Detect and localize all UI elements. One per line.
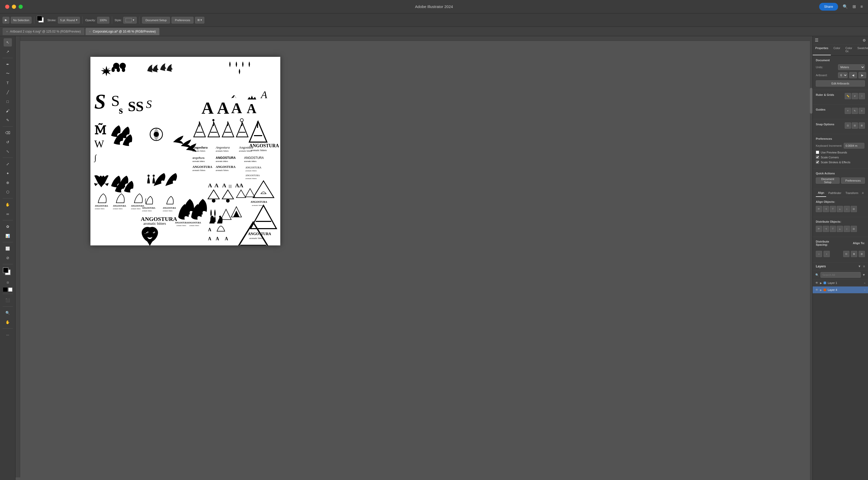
color-mode-btn[interactable]: ⊡ [4, 278, 12, 287]
minimize-button[interactable] [12, 5, 16, 9]
layers-filter-icon[interactable]: ▼ [858, 265, 861, 268]
tab-pathfinder[interactable]: Pathfinder [826, 189, 843, 197]
canvas-scrollbar-v[interactable] [810, 36, 812, 480]
layers-menu-icon[interactable]: ≡ [863, 265, 865, 268]
guides-edit-icon[interactable]: ✎ [852, 108, 858, 114]
layer-visibility-1[interactable]: 👁 [815, 281, 818, 285]
hand-tool[interactable]: ✋ [4, 318, 12, 326]
perspective-tool[interactable]: ⬡ [4, 188, 12, 196]
warp-tool[interactable]: ⤢ [4, 160, 12, 168]
artboard-tool[interactable]: ⬜ [4, 244, 12, 253]
mini-stroke[interactable] [8, 288, 12, 292]
type-tool[interactable]: T [4, 79, 12, 87]
eyedropper-tool[interactable]: ✋ [4, 201, 12, 209]
curvature-tool[interactable]: 〜 [4, 69, 12, 78]
edit-artboards-button[interactable]: Edit Artboards [816, 80, 865, 87]
mini-fill[interactable] [3, 288, 7, 292]
scrollbar-thumb-v[interactable] [810, 88, 812, 114]
layers-search-input[interactable] [820, 272, 861, 278]
tool-stroke-swatch[interactable] [3, 267, 8, 273]
layer-target-4[interactable]: ○ [864, 289, 865, 292]
prev-artboard-btn[interactable]: ◀ [849, 72, 857, 78]
select-tool[interactable]: ↖ [4, 38, 12, 47]
tab-close-icon[interactable]: × [6, 30, 8, 33]
align-center-v-icon[interactable]: ↕ [844, 206, 850, 212]
symbol-sprayer-tool[interactable]: ✿ [4, 222, 12, 231]
align-panel-menu-icon[interactable]: ≡ [860, 189, 865, 197]
tab-transform[interactable]: Transform [843, 189, 861, 197]
document-setup-button[interactable]: Document Setup [142, 17, 170, 24]
direct-select-tool[interactable]: ↗ [4, 48, 12, 56]
sidebar-toggle-icon[interactable]: ≡ [861, 4, 863, 9]
keyboard-increment-input[interactable] [844, 143, 864, 149]
align-to-selection-icon[interactable]: ⊡ [843, 251, 849, 257]
pen-tool[interactable]: ✒ [4, 60, 12, 68]
dist-bottom-icon[interactable]: ⊟ [851, 226, 857, 232]
line-tool[interactable]: ╱ [4, 88, 12, 96]
tab-properties[interactable]: Properties [813, 44, 831, 55]
share-button[interactable]: Share [819, 3, 838, 10]
scale-strokes-label[interactable]: Scale Strokes & Effects [821, 161, 850, 164]
zoom-tool[interactable]: 🔍 [4, 309, 12, 317]
dist-top-icon[interactable]: ⊥ [837, 226, 843, 232]
preferences-toolbar-button[interactable]: Preferences [172, 17, 193, 24]
paintbrush-tool[interactable]: 🖌 [4, 107, 12, 115]
stroke-dropdown-icon[interactable]: ▾ [76, 18, 78, 22]
tab-color-gr[interactable]: Color Gr. [843, 44, 855, 55]
pencil-tool[interactable]: ✎ [4, 116, 12, 124]
scale-corners-label[interactable]: Scale Corners [821, 156, 839, 159]
rotate-tool[interactable]: ↺ [4, 138, 12, 146]
dist-right-icon[interactable]: ⊤ [830, 226, 836, 232]
free-transform-tool[interactable]: ✦ [4, 169, 12, 178]
align-left-icon[interactable]: ⊢ [816, 206, 822, 212]
layer-visibility-4[interactable]: 👁 [815, 288, 818, 292]
scale-corners-checkbox[interactable] [816, 155, 819, 159]
tab-swatch[interactable]: Swatche [855, 44, 868, 55]
ruler-icon[interactable]: 📏 [845, 93, 851, 99]
dist-left-icon[interactable]: ⊢ [816, 226, 822, 232]
next-artboard-btn[interactable]: ▶ [859, 72, 866, 78]
scale-tool[interactable]: ⤡ [4, 147, 12, 155]
layer-item-4[interactable]: 👁 ▶ Layer 4 ○ [813, 287, 868, 294]
use-preview-bounds-checkbox[interactable] [816, 151, 819, 154]
space-vert-icon[interactable]: ↕ [824, 251, 830, 257]
tab-align[interactable]: Align [816, 189, 826, 197]
slice-tool[interactable]: ⊘ [4, 254, 12, 262]
arrange-icons[interactable]: ⊞ ▾ [195, 17, 204, 24]
tab-artboard2[interactable]: × Artboard 2 copy 4.svg* @ 125.02 % (RGB… [3, 28, 85, 35]
snap-grid-icon[interactable]: ⊟ [852, 122, 858, 129]
panel-settings-icon[interactable]: ⚙ [863, 38, 866, 42]
use-preview-bounds-label[interactable]: Use Preview Bounds [821, 151, 847, 154]
rect-tool[interactable]: □ [4, 97, 12, 106]
guides-add-icon[interactable]: + [845, 108, 851, 114]
window-arrange-icon[interactable]: ⊞ [852, 4, 856, 9]
properties-icon[interactable]: ☰ [815, 38, 818, 42]
align-bottom-icon[interactable]: ⊟ [851, 206, 857, 212]
snap-pixel-icon[interactable]: ⊞ [859, 122, 865, 129]
fill-stroke-swatches[interactable] [37, 16, 46, 25]
guides-clear-icon[interactable]: × [859, 108, 865, 114]
blend-tool[interactable]: ∞ [4, 210, 12, 218]
dot-grid-icon[interactable]: ⁞ [859, 93, 865, 99]
layer-item-1[interactable]: 👁 ▶ Layer 1 ○ [813, 279, 868, 287]
style-dropdown-icon[interactable]: ▾ [133, 18, 134, 22]
selection-tool[interactable]: ▶ [3, 17, 9, 24]
search-icon[interactable]: 🔍 [843, 4, 848, 9]
dist-center-v-icon[interactable]: ↕ [844, 226, 850, 232]
eraser-tool[interactable]: ⌫ [4, 129, 12, 137]
tab-close-icon-2[interactable]: × [89, 30, 91, 33]
close-button[interactable] [5, 5, 9, 9]
shape-builder-tool[interactable]: ⊕ [4, 179, 12, 187]
stroke-weight-input[interactable]: 5 pt. Round ▾ [58, 17, 80, 24]
layers-search-filter-icon[interactable]: ▼ [862, 273, 865, 277]
align-right-icon[interactable]: ⊤ [830, 206, 836, 212]
dist-center-h-icon[interactable]: ⊣ [823, 226, 829, 232]
layer-expand-4[interactable]: ▶ [820, 289, 822, 292]
tab-color[interactable]: Color [831, 44, 843, 55]
scale-strokes-checkbox[interactable] [816, 160, 819, 164]
layer-target-1[interactable]: ○ [864, 281, 865, 284]
stroke-swatch[interactable] [37, 16, 42, 21]
units-select[interactable]: Meters [838, 64, 865, 70]
align-top-icon[interactable]: ⊥ [837, 206, 843, 212]
space-horiz-icon[interactable]: ↔ [816, 251, 822, 257]
